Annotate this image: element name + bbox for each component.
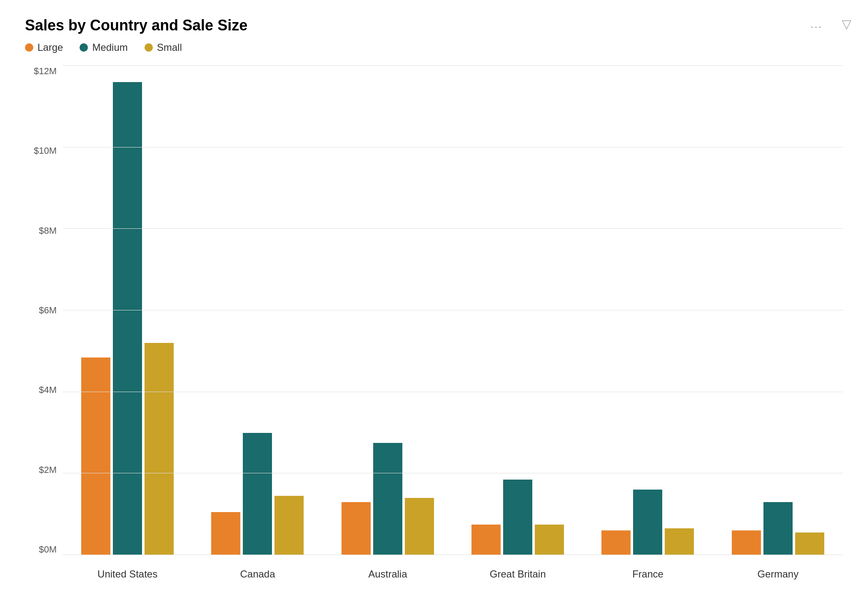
bar-large [732,530,761,555]
gridline [62,310,843,310]
y-axis: $0M$2M$4M$6M$8M$10M$12M [25,66,62,580]
country-group [583,66,713,555]
bar-large [471,525,501,555]
bars-row [732,66,824,555]
bars-row [471,66,564,555]
chart-title: Sales by Country and Sale Size [25,17,843,34]
x-labels-row: United StatesCanadaAustraliaGreat Britai… [62,555,843,580]
gridline [62,473,843,473]
bars-area: United StatesCanadaAustraliaGreat Britai… [62,66,843,580]
bars-row [601,66,694,555]
bars-row [211,66,304,555]
ellipsis-icon[interactable]: … [810,17,822,31]
y-axis-label: $12M [25,66,62,77]
bar-medium [503,480,532,555]
gridline [62,65,843,66]
legend-item-medium: Medium [80,42,127,53]
filter-icon[interactable]: ▽ [842,17,851,31]
bars-row [81,66,174,555]
bar-medium [113,82,142,555]
chart-area: $0M$2M$4M$6M$8M$10M$12M United StatesCan… [25,66,843,580]
bar-small [665,528,694,555]
gridline [62,147,843,148]
bar-medium [633,490,662,555]
legend-label-small: Small [157,42,182,53]
y-axis-label: $8M [25,225,62,236]
country-group [453,66,583,555]
x-axis-label: Canada [192,563,322,580]
country-group [62,66,192,555]
y-axis-label: $4M [25,385,62,395]
bar-small [145,343,174,555]
bar-medium [373,443,402,555]
legend-label-large: Large [37,42,63,53]
bar-large [601,530,631,555]
legend-label-medium: Medium [92,42,127,53]
x-axis-label: Great Britain [453,563,583,580]
bar-small [274,496,304,555]
bar-small [405,498,434,555]
legend-item-large: Large [25,42,63,53]
gridline [62,555,843,555]
gridline [62,228,843,229]
countries-row [62,66,843,555]
legend-dot-medium [80,43,88,52]
y-axis-label: $0M [25,544,62,555]
bars-row [342,66,434,555]
bar-small [535,525,564,555]
x-axis-label: Germany [713,563,843,580]
country-group [713,66,843,555]
y-axis-label: $10M [25,145,62,156]
legend-dot-large [25,43,33,52]
legend-dot-small [145,43,153,52]
bar-small [795,532,824,555]
bar-large [211,512,240,555]
x-axis-label: France [583,563,713,580]
chart-container: Sales by Country and Sale Size Large Med… [0,0,868,605]
x-axis-label: United States [62,563,192,580]
y-axis-label: $2M [25,465,62,475]
y-axis-label: $6M [25,305,62,316]
country-group [323,66,453,555]
bar-medium [763,502,793,555]
bar-large [81,358,110,555]
legend-item-small: Small [145,42,182,53]
gridline [62,392,843,392]
x-axis-label: Australia [323,563,453,580]
country-group [192,66,322,555]
plot-area [62,66,843,555]
legend: Large Medium Small [25,42,843,53]
bar-large [342,502,371,555]
bar-medium [243,433,272,555]
